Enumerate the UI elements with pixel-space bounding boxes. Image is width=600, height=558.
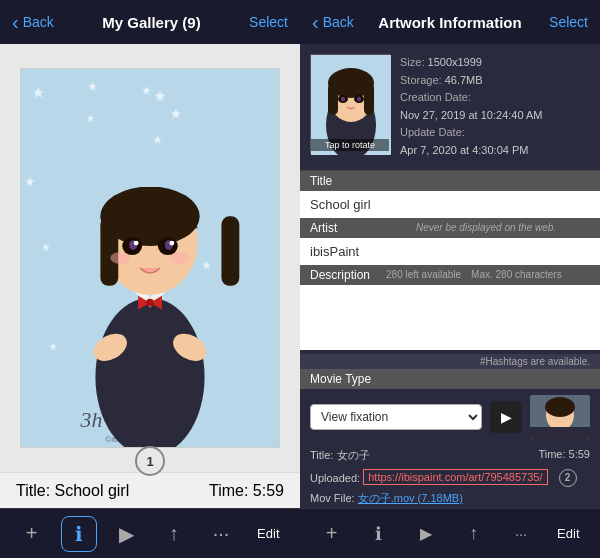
movie-type-select[interactable]: View fixation [310, 404, 482, 430]
right-play-button[interactable]: ▶ [408, 516, 444, 552]
left-chevron-icon [12, 11, 19, 34]
svg-point-28 [169, 241, 174, 246]
svg-point-43 [341, 97, 345, 102]
right-nav-title: Artwork Information [378, 14, 521, 31]
left-play-icon: ▶ [119, 522, 134, 546]
svg-rect-49 [530, 427, 560, 440]
left-circle-badge: 1 [135, 446, 165, 476]
description-textarea[interactable] [300, 285, 600, 350]
storage-row: Storage: 46.7MB [400, 72, 543, 90]
right-info-button[interactable]: ℹ [361, 516, 397, 552]
mov-file-row: Mov File: 女の子.mov (7.18MB) [300, 489, 600, 508]
svg-point-30 [170, 252, 190, 264]
artist-field-row [300, 238, 600, 265]
left-back-label: Back [23, 14, 54, 30]
right-back-button[interactable]: Back [312, 11, 354, 34]
svg-rect-40 [364, 83, 374, 115]
svg-rect-48 [560, 427, 590, 440]
left-bottom-toolbar: + ℹ ▶ ↑ ··· Edit [0, 508, 300, 558]
artist-field-label: Artist [300, 218, 408, 238]
right-more-button[interactable]: ··· [503, 516, 539, 552]
artwork-details: Size: 1500x1999 Storage: 46.7MB Creation… [400, 54, 543, 160]
uploaded-label: Uploaded: [310, 471, 360, 483]
svg-point-17 [146, 299, 154, 307]
artist-input[interactable] [300, 238, 600, 265]
right-chevron-icon [312, 11, 319, 34]
left-time-text: Time: 5:59 [209, 482, 284, 500]
movie-preview-thumbnail [530, 395, 590, 440]
hashtag-note: #Hashtags are available. [300, 354, 600, 369]
max-chars: Max. 280 characters [467, 266, 566, 283]
right-share-button[interactable]: ↑ [456, 516, 492, 552]
movie-type-row: View fixation ▶ [300, 389, 600, 446]
svg-text:©ibisPaint: ©ibisPaint [105, 435, 142, 444]
artwork-canvas[interactable]: 3h ©ibisPaint [20, 68, 280, 448]
left-title-text: Title: School girl [16, 482, 129, 500]
left-nav-title: My Gallery (9) [102, 14, 200, 31]
left-share-icon: ↑ [169, 522, 179, 545]
title-input[interactable] [300, 191, 600, 218]
creation-value: Nov 27, 2019 at 10:24:40 AM [400, 107, 543, 125]
creation-row: Creation Date: [400, 89, 543, 107]
upload-link[interactable]: https://ibispaint.com/art/795485735/ [363, 469, 547, 485]
left-add-button[interactable]: + [14, 516, 50, 552]
title-form-section: Title [300, 171, 600, 218]
title-field-row [300, 191, 600, 218]
svg-point-44 [357, 97, 361, 102]
artist-form-section: Artist Never be displayed on the web. [300, 218, 600, 265]
svg-rect-39 [328, 83, 338, 115]
left-back-button[interactable]: Back [12, 11, 54, 34]
right-title-time-row: Title: 女の子 Time: 5:59 [300, 446, 600, 467]
uploaded-row: Uploaded: https://ibispaint.com/art/7954… [300, 467, 600, 489]
circle-badge-2: 2 [559, 471, 577, 483]
left-select-button[interactable]: Select [249, 14, 288, 30]
left-more-icon: ··· [213, 522, 230, 545]
gallery-image-area: 3h ©ibisPaint [0, 44, 300, 472]
svg-point-27 [134, 241, 139, 246]
right-time-label: Time: 5:59 [538, 448, 590, 463]
tap-rotate-label[interactable]: Tap to rotate [311, 139, 389, 151]
mov-file-label: Mov File: [310, 492, 355, 504]
movie-type-label: Movie Type [300, 369, 600, 389]
right-share-icon: ↑ [469, 523, 478, 544]
left-edit-label: Edit [257, 526, 279, 541]
left-share-button[interactable]: ↑ [156, 516, 192, 552]
svg-text:3h: 3h [80, 408, 103, 432]
svg-rect-22 [221, 216, 239, 285]
artwork-thumbnail[interactable]: Tap to rotate [310, 54, 390, 154]
artist-never-note: Never be displayed on the web. [408, 219, 600, 236]
right-content-area: Tap to rotate Size: 1500x1999 Storage: 4… [300, 44, 600, 508]
description-form-section: Description 280 left available Max. 280 … [300, 265, 600, 369]
update-row: Update Date: [400, 124, 543, 142]
left-play-button[interactable]: ▶ [108, 516, 144, 552]
title-field-label: Title [300, 171, 600, 191]
left-info-icon: ℹ [75, 522, 83, 546]
size-row: Size: 1500x1999 [400, 54, 543, 72]
description-label: Description [300, 265, 380, 285]
right-edit-button[interactable]: Edit [550, 516, 586, 552]
left-more-button[interactable]: ··· [203, 516, 239, 552]
left-panel: Back My Gallery (9) Select [0, 0, 300, 558]
left-title-time-bar: Title: School girl Time: 5:59 [0, 472, 300, 508]
right-nav-bar: Back Artwork Information Select [300, 0, 600, 44]
mov-file-link[interactable]: 女の子.mov (7.18MB) [358, 492, 463, 504]
right-panel: Back Artwork Information Select [300, 0, 600, 558]
update-value: Apr 7, 2020 at 4:30:04 PM [400, 142, 543, 160]
right-edit-label: Edit [557, 526, 579, 541]
play-icon: ▶ [501, 409, 512, 425]
right-add-icon: + [326, 522, 338, 545]
right-add-button[interactable]: + [314, 516, 350, 552]
right-title-label: Title: 女の子 [310, 448, 370, 463]
right-info-icon: ℹ [375, 523, 382, 545]
left-edit-button[interactable]: Edit [250, 516, 286, 552]
right-more-icon: ··· [515, 526, 527, 542]
artwork-info-section: Tap to rotate Size: 1500x1999 Storage: 4… [300, 44, 600, 171]
svg-point-29 [110, 252, 130, 264]
right-bottom-toolbar: + ℹ ▶ ↑ ··· Edit [300, 508, 600, 558]
left-info-button[interactable]: ℹ [61, 516, 97, 552]
movie-play-button[interactable]: ▶ [490, 401, 522, 433]
right-back-label: Back [323, 14, 354, 30]
char-count: 280 left available [380, 266, 467, 283]
right-select-button[interactable]: Select [549, 14, 588, 30]
left-nav-bar: Back My Gallery (9) Select [0, 0, 300, 44]
